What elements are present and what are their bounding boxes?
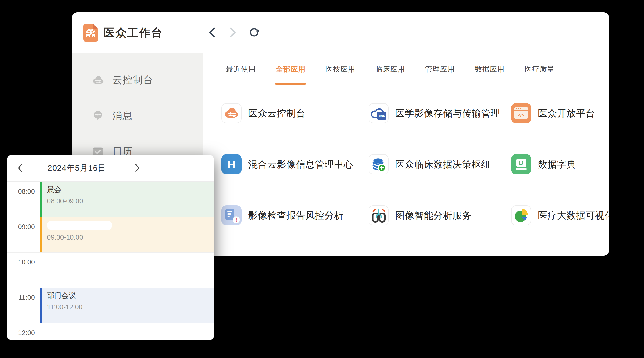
back-button[interactable] <box>206 27 218 38</box>
cloud-console-icon <box>92 74 104 86</box>
mos-badge: Mos <box>377 112 386 120</box>
event-title: 晨会 <box>47 185 214 194</box>
time-label: 11:00 <box>7 294 35 301</box>
cloud-storage-mos-icon: Mos <box>368 103 388 123</box>
half-hour-line <box>7 270 214 270</box>
tab-clinical[interactable]: 临床应用 <box>375 53 406 85</box>
sidebar-item-label: 云控制台 <box>112 73 153 86</box>
app-item-image-ai-service[interactable]: 图像智能分析服务 <box>368 205 511 225</box>
app-item-data-dictionary[interactable]: D 数据字典 <box>511 154 609 174</box>
tab-medtech[interactable]: 医技应用 <box>325 53 356 85</box>
calendar-event-department-meeting[interactable]: 部门会议 11:00-12:00 <box>40 288 214 323</box>
titlebar: 医众工作台 <box>72 12 609 53</box>
app-item-open-platform[interactable]: </> 医众开放平台 <box>511 103 609 123</box>
time-label: 12:00 <box>7 329 35 337</box>
titlebar-nav <box>206 12 260 53</box>
message-bubble-icon <box>92 110 104 122</box>
tab-recent[interactable]: 最近使用 <box>226 53 256 85</box>
app-launcher-content: 最近使用 全部应用 医技应用 临床应用 管理应用 数据应用 医疗质量 <box>203 53 609 256</box>
cloud-sliders-icon <box>222 103 242 123</box>
app-item-pacs-storage[interactable]: Mos 医学影像存储与传输管理 <box>368 103 511 123</box>
app-item-cloud-console[interactable]: 医众云控制台 <box>222 103 368 123</box>
refresh-button[interactable] <box>248 27 260 38</box>
chevron-right-icon <box>230 27 236 38</box>
app-title: 医众工作台 <box>104 12 163 53</box>
pie-chart-icon <box>511 205 531 225</box>
app-item-report-risk-analysis[interactable]: ! 影像检查报告风控分析 <box>222 205 368 225</box>
sidebar-item-messages[interactable]: 消息 <box>72 98 203 134</box>
lungs-ai-icon <box>368 205 388 225</box>
report-alert-icon: ! <box>222 205 242 225</box>
app-label: 影像检查报告风控分析 <box>248 209 344 222</box>
calendar-date: 2024年5月16日 <box>35 155 119 181</box>
tabs-divider <box>207 85 606 85</box>
calendar-event-redacted[interactable]: 09:00-10:00 <box>40 217 214 252</box>
forward-button[interactable] <box>227 27 238 38</box>
hour-line <box>7 323 214 323</box>
app-label: 数据字典 <box>538 158 576 171</box>
app-label: 医学影像存储与传输管理 <box>395 107 500 120</box>
event-title: 部门会议 <box>47 291 214 300</box>
calendar-day-grid: 08:00 09:00 10:00 11:00 12:00 晨会 08:00-0… <box>7 181 214 340</box>
tab-quality[interactable]: 医疗质量 <box>524 53 555 85</box>
app-logo-icon <box>83 24 98 42</box>
database-plus-icon <box>368 154 388 174</box>
app-item-clinical-data-hub[interactable]: 医众临床数据决策枢纽 <box>368 154 511 174</box>
event-time: 11:00-12:00 <box>47 303 214 311</box>
app-item-hybrid-cloud-imaging[interactable]: H 混合云影像信息管理中心 <box>222 154 368 174</box>
time-label: 10:00 <box>7 258 35 266</box>
app-grid: 医众云控制台 Mos 医学影像存储与传输管理 < <box>222 103 609 256</box>
hospital-h-icon: H <box>222 154 242 174</box>
calendar-panel: 2024年5月16日 08:00 09:00 10:00 11:00 12:00… <box>7 155 214 340</box>
event-time: 08:00-09:00 <box>47 197 214 205</box>
event-time: 09:00-10:00 <box>47 233 214 241</box>
tab-management[interactable]: 管理应用 <box>424 53 455 85</box>
app-label: 图像智能分析服务 <box>395 209 472 222</box>
time-label: 09:00 <box>7 223 35 231</box>
event-title-redacted <box>47 221 112 230</box>
app-label: 混合云影像信息管理中心 <box>248 158 353 171</box>
app-label: 医众临床数据决策枢纽 <box>395 158 491 171</box>
tab-data[interactable]: 数据应用 <box>474 53 505 85</box>
app-label: 医众开放平台 <box>538 107 595 120</box>
dictionary-book-icon: D <box>511 154 531 174</box>
code-browser-icon: </> <box>511 103 531 123</box>
time-label: 08:00 <box>7 188 35 195</box>
calendar-next-day-button[interactable] <box>130 155 144 181</box>
sidebar-item-cloud-console[interactable]: 云控制台 <box>72 62 203 98</box>
sidebar-item-label: 消息 <box>112 109 133 122</box>
calendar-event-morning-meeting[interactable]: 晨会 08:00-09:00 <box>40 182 214 217</box>
calendar-prev-day-button[interactable] <box>13 155 27 181</box>
app-label: 医众云控制台 <box>248 107 306 120</box>
app-label: 医疗大数据可视化 <box>538 209 609 222</box>
calendar-header: 2024年5月16日 <box>7 155 214 181</box>
chevron-left-icon <box>208 27 216 38</box>
app-item-bigdata-visualization[interactable]: 医疗大数据可视化 <box>511 205 609 225</box>
category-tabs: 最近使用 全部应用 医技应用 临床应用 管理应用 数据应用 医疗质量 <box>226 53 555 85</box>
refresh-icon <box>248 27 259 38</box>
tab-all-apps[interactable]: 全部应用 <box>275 53 306 85</box>
hour-line <box>7 252 214 253</box>
